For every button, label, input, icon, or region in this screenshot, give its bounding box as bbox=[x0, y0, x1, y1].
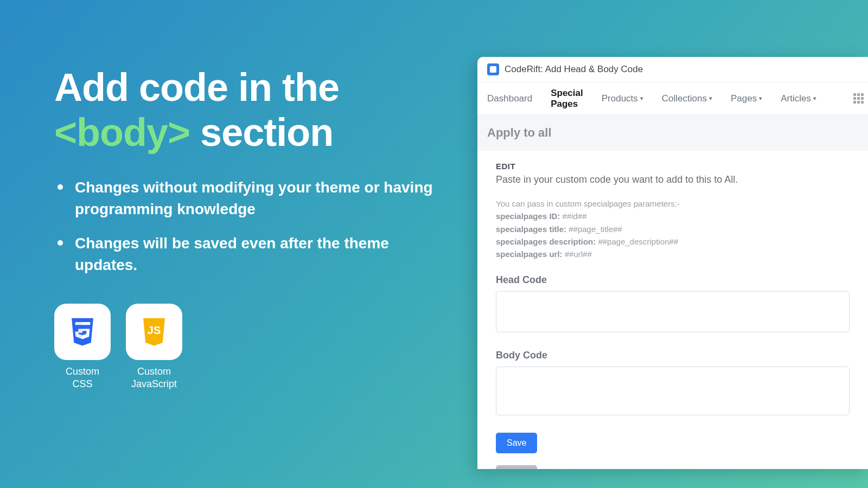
edit-description: Paste in your custom code you want to ad… bbox=[496, 174, 850, 185]
bullet-item: Changes without modifying your theme or … bbox=[54, 177, 434, 221]
tab-dashboard[interactable]: Dashboard bbox=[487, 93, 532, 104]
tab-articles[interactable]: Articles▾ bbox=[781, 93, 816, 104]
params-help: You can pass in custom specialpages para… bbox=[496, 197, 850, 260]
body-code-label: Body Code bbox=[496, 350, 850, 361]
chevron-down-icon: ▾ bbox=[709, 95, 712, 102]
save-button[interactable]: Save bbox=[496, 433, 537, 453]
body-code-input[interactable] bbox=[496, 367, 850, 415]
edit-panel: EDIT Paste in your custom code you want … bbox=[477, 151, 868, 469]
bullet-item: Changes will be saved even after the the… bbox=[54, 233, 434, 277]
headline-part1: Add code in the bbox=[54, 66, 339, 109]
param-row: specialpages description: ##page_descrip… bbox=[496, 235, 850, 248]
javascript-icon: JS bbox=[126, 304, 182, 360]
head-code-label: Head Code bbox=[496, 274, 850, 286]
edit-heading: EDIT bbox=[496, 162, 850, 171]
tabbar: Dashboard Special Pages Products▾ Collec… bbox=[477, 82, 868, 115]
tab-special-pages[interactable]: Special Pages bbox=[551, 88, 583, 110]
js-icon-card: JS Custom JavaScript bbox=[126, 304, 182, 391]
back-button[interactable]: Back bbox=[496, 465, 537, 469]
chevron-down-icon: ▾ bbox=[813, 95, 816, 102]
tab-products[interactable]: Products▾ bbox=[602, 93, 643, 104]
param-row: specialpages title: ##page_title## bbox=[496, 223, 850, 235]
app-window: CodeRift: Add Head & Body Code Dashboard… bbox=[477, 57, 868, 469]
marketing-panel: Add code in the <body> section Changes w… bbox=[54, 65, 434, 391]
css-icon-label: Custom CSS bbox=[54, 365, 111, 391]
js-icon-label: Custom JavaScript bbox=[126, 365, 182, 391]
apply-to-all-heading: Apply to all bbox=[477, 115, 868, 151]
headline: Add code in the <body> section bbox=[54, 65, 434, 155]
head-code-input[interactable] bbox=[496, 291, 850, 332]
app-titlebar: CodeRift: Add Head & Body Code bbox=[477, 57, 868, 82]
chevron-down-icon: ▾ bbox=[640, 95, 643, 102]
css-icon-card: Custom CSS bbox=[54, 304, 111, 391]
tab-collections[interactable]: Collections▾ bbox=[662, 93, 712, 104]
param-row: specialpages ID: ##id## bbox=[496, 210, 850, 222]
icon-row: Custom CSS JS Custom JavaScript bbox=[54, 304, 434, 391]
chevron-down-icon: ▾ bbox=[759, 95, 762, 102]
headline-green: <body> bbox=[54, 111, 190, 154]
tab-pages[interactable]: Pages▾ bbox=[731, 93, 762, 104]
apps-grid-icon[interactable] bbox=[853, 93, 864, 104]
css3-icon bbox=[54, 304, 111, 360]
app-title: CodeRift: Add Head & Body Code bbox=[505, 64, 643, 75]
params-intro: You can pass in custom specialpages para… bbox=[496, 197, 850, 210]
svg-text:JS: JS bbox=[148, 324, 161, 336]
headline-part2: section bbox=[190, 111, 333, 154]
bullet-list: Changes without modifying your theme or … bbox=[54, 177, 434, 277]
app-logo-icon bbox=[487, 63, 499, 75]
param-row: specialpages url: ##url## bbox=[496, 248, 850, 260]
